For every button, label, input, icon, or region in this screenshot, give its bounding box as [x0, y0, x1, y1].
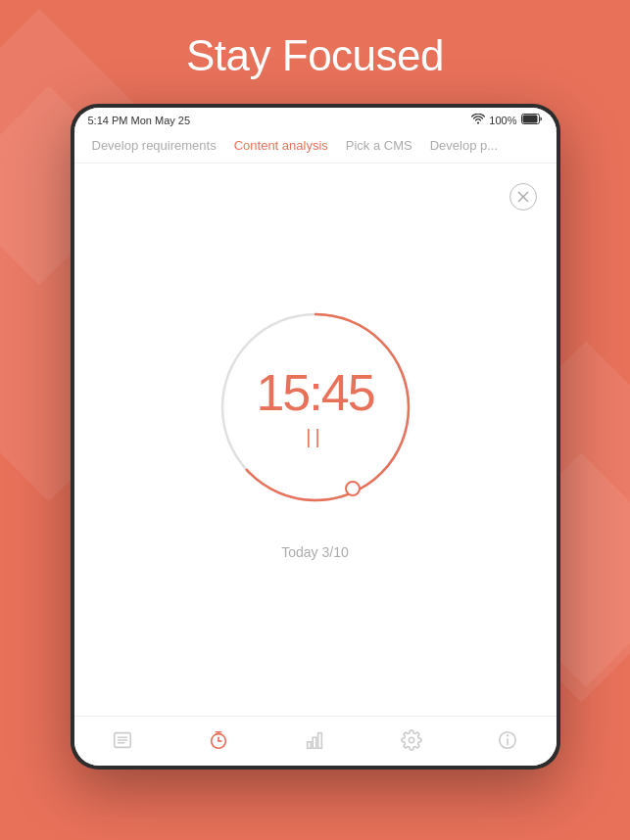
app-title: Stay Focused	[186, 31, 444, 80]
status-right: 100%	[471, 114, 542, 126]
main-content: 15:45 || Today 3/10	[74, 163, 557, 716]
today-count: Today 3/10	[281, 544, 349, 560]
tab-info[interactable]	[488, 724, 527, 756]
wifi-icon	[471, 114, 485, 126]
ipad-frame: 5:14 PM Mon May 25 100%	[71, 104, 560, 770]
svg-rect-17	[314, 737, 317, 748]
timer-display: 15:45 ||	[256, 367, 373, 448]
svg-point-19	[409, 737, 414, 743]
tab-develop-p[interactable]: Develop p...	[422, 136, 506, 155]
battery-percent: 100%	[489, 115, 516, 126]
tab-content-analysis[interactable]: Content analysis	[226, 136, 336, 155]
timer-time: 15:45	[256, 367, 373, 418]
tab-timer[interactable]	[199, 724, 238, 756]
tab-settings[interactable]	[392, 724, 431, 756]
battery-icon	[521, 114, 543, 126]
svg-rect-1	[522, 116, 537, 123]
tab-pick-cms[interactable]: Pick a CMS	[338, 136, 420, 155]
tab-develop-req[interactable]: Develop requirements	[84, 136, 224, 155]
status-time: 5:14 PM Mon May 25	[88, 115, 191, 126]
svg-rect-18	[318, 733, 322, 749]
tab-list[interactable]	[103, 724, 142, 756]
status-bar: 5:14 PM Mon May 25 100%	[74, 108, 557, 130]
svg-rect-16	[308, 742, 312, 748]
tab-chart[interactable]	[295, 724, 334, 756]
timer-circle[interactable]: 15:45 ||	[208, 300, 423, 515]
svg-point-6	[346, 482, 360, 495]
close-button[interactable]	[509, 183, 537, 210]
bottom-tab-bar	[74, 716, 557, 766]
pause-icon: ||	[306, 426, 323, 448]
timer-container: 15:45 || Today 3/10	[208, 300, 423, 560]
task-tabs: Develop requirements Content analysis Pi…	[74, 130, 557, 163]
